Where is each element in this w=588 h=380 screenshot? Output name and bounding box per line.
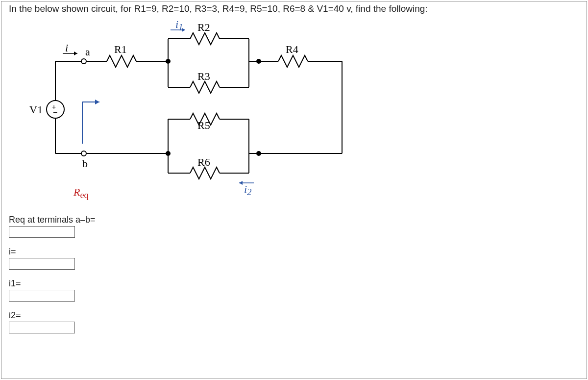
label-b: b [82, 157, 88, 170]
label-i1-answer: i1= [9, 279, 96, 289]
input-i2[interactable] [9, 322, 75, 333]
label-r4: R4 [286, 43, 298, 56]
circuit-diagram: + − [28, 21, 371, 200]
label-req: Req [74, 186, 89, 201]
label-i1: i1 [175, 18, 183, 33]
svg-point-6 [81, 59, 86, 64]
svg-text:−: − [53, 108, 57, 117]
input-i1[interactable] [9, 290, 75, 302]
label-i-answer: i= [9, 247, 96, 257]
input-i[interactable] [9, 258, 75, 270]
label-i2-answer: i2= [9, 310, 96, 321]
label-r5: R5 [197, 119, 210, 132]
label-v1: V1 [29, 103, 43, 116]
label-a: a [85, 46, 90, 58]
input-req[interactable] [9, 226, 75, 238]
answers-section: Req at terminals a–b= i= i1= i2= [9, 210, 96, 342]
svg-point-28 [81, 151, 86, 156]
label-r6: R6 [197, 156, 210, 169]
svg-marker-39 [239, 181, 243, 185]
question-text: In the below shown circuit, for R1=9, R2… [9, 3, 428, 14]
label-i2: i2 [244, 183, 251, 198]
label-r2: R2 [197, 21, 210, 34]
label-i: i [65, 42, 68, 54]
svg-marker-42 [95, 100, 99, 104]
label-r3: R3 [197, 70, 210, 83]
svg-marker-11 [74, 51, 77, 55]
label-r1: R1 [114, 43, 127, 56]
label-req-answer: Req at terminals a–b= [9, 215, 96, 225]
